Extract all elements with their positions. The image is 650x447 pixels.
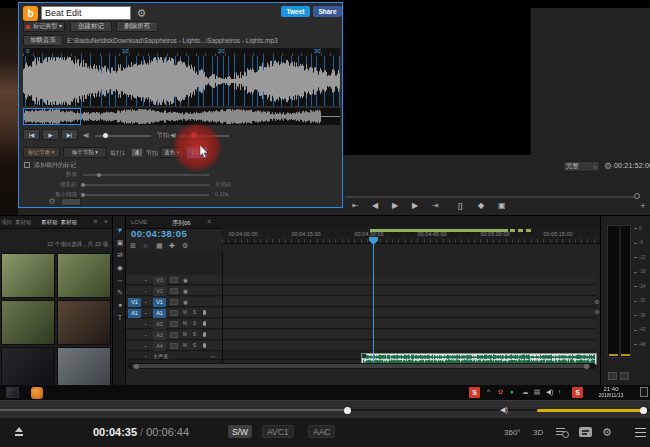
track-lane[interactable] xyxy=(223,275,596,285)
track-target-button[interactable]: V2 xyxy=(153,287,166,296)
transport-icon[interactable]: ▶ xyxy=(392,201,398,210)
monitor-timecode[interactable]: 00:21:52:00 xyxy=(614,162,650,169)
timeline-tool-icon[interactable]: ⊞ xyxy=(130,242,136,250)
share-button[interactable]: Share xyxy=(313,6,342,17)
tray-icon[interactable]: ☁ xyxy=(522,388,529,396)
solo-button[interactable]: S xyxy=(193,343,196,349)
transport-icon[interactable]: ◆ xyxy=(478,201,484,210)
track-options-button[interactable] xyxy=(170,343,178,349)
meter-option-button[interactable] xyxy=(608,372,617,380)
track-lane[interactable] xyxy=(223,319,596,329)
track-target-button[interactable]: A2 xyxy=(153,320,166,329)
track-target-button[interactable]: V3 xyxy=(153,276,166,285)
load-music-button[interactable]: 加载音乐 xyxy=(23,35,63,46)
player-menu-icon[interactable] xyxy=(635,428,646,438)
taskbar-app-icon-orange[interactable] xyxy=(31,387,43,399)
tool-icon[interactable]: ▣ xyxy=(115,239,125,247)
gear-icon[interactable]: ⚙ xyxy=(135,6,148,20)
badge-audio-codec[interactable]: AAC xyxy=(308,425,335,438)
lock-icon[interactable]: ▪ xyxy=(145,344,147,349)
fit-timeline-icon[interactable]: ↔ xyxy=(210,352,216,360)
playlist-search-icon[interactable] xyxy=(556,428,568,437)
track-lane[interactable] xyxy=(223,341,596,351)
create-markers-button[interactable]: 创建标记 xyxy=(70,21,112,32)
marker-rhythm-dropdown[interactable]: 标记节奏 ▾ xyxy=(23,147,60,158)
panel-menu-icon[interactable]: ≡ xyxy=(93,218,97,225)
transport-icon[interactable]: [] xyxy=(458,201,462,210)
solo-button[interactable]: S xyxy=(193,332,196,338)
lock-icon[interactable]: ▪ xyxy=(145,354,147,359)
tray-icon[interactable]: ◀) xyxy=(546,388,553,396)
volume-speaker-icon[interactable]: ◀) xyxy=(500,406,508,414)
seek-knob[interactable] xyxy=(344,407,351,414)
tray-icon[interactable]: ▤ xyxy=(534,388,540,396)
solo-button[interactable]: S xyxy=(193,310,196,316)
zoom-level-dropdown[interactable]: 完整 ∨ xyxy=(563,161,600,172)
transport-icon[interactable]: ⇥ xyxy=(432,201,439,210)
adv-slider-knob[interactable] xyxy=(81,183,85,187)
tray-icon[interactable]: ✿ xyxy=(498,388,503,396)
track-target-button[interactable]: V1 xyxy=(153,298,166,307)
monitor-scrubber-handle[interactable] xyxy=(634,193,640,199)
selection-tool-icon[interactable]: ➤ xyxy=(114,224,127,236)
monitor-scrubber[interactable] xyxy=(345,196,640,198)
badge-video-codec[interactable]: AVC1 xyxy=(262,425,294,438)
track-height-handle[interactable] xyxy=(595,300,599,304)
mic-record-icon[interactable] xyxy=(203,310,206,315)
playhead-line[interactable] xyxy=(373,244,374,369)
transport-icon[interactable]: ▣ xyxy=(498,201,506,210)
track-lane[interactable] xyxy=(223,286,596,296)
toggle-track-output-eye-icon[interactable]: ◉ xyxy=(183,288,188,295)
timeline-menu-icon[interactable]: ≡ xyxy=(207,218,211,225)
tray-app-icon-red2[interactable]: S xyxy=(572,387,583,398)
bin-thumbnail[interactable] xyxy=(1,347,55,386)
marker-type-dropdown[interactable]: 标记类型 ▾ xyxy=(23,21,65,32)
extra-markers-checkbox[interactable] xyxy=(24,162,30,168)
timeline-tool-icon[interactable]: ✚ xyxy=(169,242,175,250)
play-button[interactable]: ▶ xyxy=(42,129,59,140)
lock-icon[interactable]: ▪ xyxy=(145,333,147,338)
track-options-button[interactable] xyxy=(170,299,178,305)
transport-icon[interactable]: ⇤ xyxy=(352,201,359,210)
tool-icon[interactable]: ● xyxy=(115,301,125,308)
mic-record-icon[interactable] xyxy=(203,343,206,348)
delete-all-button[interactable]: 删除所有 xyxy=(116,21,158,32)
mute-button[interactable]: M xyxy=(183,343,187,349)
subtitle-panel-icon[interactable] xyxy=(579,427,592,437)
lock-icon[interactable]: ▪ xyxy=(145,289,147,294)
mic-record-icon[interactable] xyxy=(203,332,206,337)
track-options-button[interactable] xyxy=(170,277,178,283)
track-lane[interactable] xyxy=(223,330,596,340)
solo-button[interactable]: S xyxy=(193,321,196,327)
timeline-timecode[interactable]: 00:04:38:05 xyxy=(131,228,187,239)
transport-icon[interactable]: ▶ xyxy=(412,201,418,210)
adv-slider-knob[interactable] xyxy=(81,193,85,197)
lock-icon[interactable]: ▪ xyxy=(145,322,147,327)
tray-icon[interactable]: ↑ xyxy=(558,388,561,395)
beat-count-input[interactable]: 4 xyxy=(131,148,143,157)
beat-filter-dropdown[interactable]: 每个节拍 ▾ xyxy=(63,147,107,158)
badge-sw[interactable]: S/W xyxy=(228,425,252,438)
source-patch-button[interactable]: V1 xyxy=(128,298,141,307)
mute-button[interactable]: M xyxy=(183,321,187,327)
track-target-button[interactable]: A1 xyxy=(153,309,166,318)
tab-sequence-love[interactable]: LOVE xyxy=(131,219,147,225)
tray-icon[interactable]: ● xyxy=(510,388,514,395)
beatedit-title-input[interactable] xyxy=(41,6,131,20)
track-target-button[interactable]: A3 xyxy=(153,331,166,340)
meter-option-button[interactable] xyxy=(620,372,629,380)
scrollbar-handle-right[interactable] xyxy=(584,364,589,369)
tweet-button[interactable]: Tweet xyxy=(281,6,310,17)
lock-icon[interactable]: ▪ xyxy=(145,278,147,283)
tool-icon[interactable]: T xyxy=(115,314,125,321)
track-options-button[interactable] xyxy=(170,310,178,316)
next-button[interactable]: ▶| xyxy=(61,129,78,140)
bin-thumbnail[interactable] xyxy=(57,347,111,386)
eject-icon[interactable] xyxy=(14,427,24,437)
scrollbar-handle-left[interactable] xyxy=(134,364,139,369)
adv-slider-track[interactable] xyxy=(83,174,209,176)
track-height-handle[interactable] xyxy=(595,310,599,314)
beatedit-waveform[interactable] xyxy=(23,56,340,106)
tray-expand-icon[interactable]: ^ xyxy=(487,388,490,395)
music-volume-knob[interactable] xyxy=(103,133,108,138)
